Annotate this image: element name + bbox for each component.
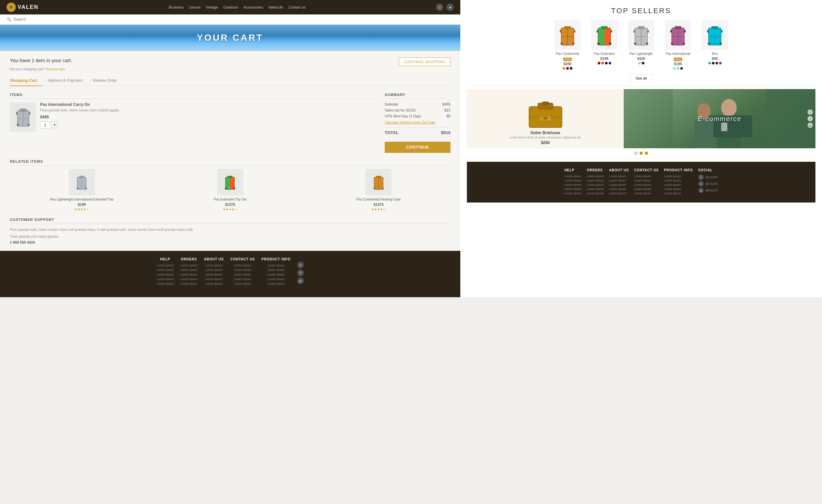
rf-orders-4[interactable]: Lorem ipsum	[586, 192, 604, 195]
footer-product-link-3[interactable]: Lorem ipsum	[262, 278, 291, 281]
rf-product-4[interactable]: Lorem ipsum	[664, 192, 693, 195]
footer-pinterest-icon[interactable]: p	[297, 278, 304, 284]
promotional-banner: Soller Briefcase Lorem ipsum dolor sit a…	[467, 89, 815, 148]
banner-pinterest-icon[interactable]: p	[808, 123, 813, 128]
product-card-0[interactable]: Pax Continental NEW $285	[551, 20, 584, 70]
rf-orders-3[interactable]: Lorem ipsum	[586, 187, 604, 191]
social-item-facebook[interactable]: f @VALEN	[698, 181, 718, 186]
rf-product-3[interactable]: Lorem ipsum	[664, 187, 693, 191]
product-card-3[interactable]: Pax International NEW $185	[662, 20, 695, 70]
footer-help-link-1[interactable]: Lorem ipsum	[156, 268, 173, 272]
remove-item-link[interactable]: Remove Item	[46, 67, 65, 71]
rf-contact-2[interactable]: Lorem ipsum	[634, 183, 659, 186]
rf-product-2[interactable]: Lorem ipsum	[664, 183, 693, 186]
carousel-dot-2[interactable]	[645, 151, 648, 155]
banner-facebook-icon[interactable]: f	[808, 116, 813, 121]
footer-orders-link-3[interactable]: Lorem ipsum	[180, 278, 197, 281]
rf-help-2[interactable]: Lorem ipsum	[564, 183, 581, 186]
continue-button[interactable]: CONTINUE	[385, 142, 450, 153]
svg-rect-30	[572, 43, 575, 44]
footer-product-link-0[interactable]: Lorem ipsum	[262, 264, 291, 267]
footer-help-link-2[interactable]: Lorem ipsum	[156, 273, 173, 276]
product-card-1[interactable]: Pax Extended $199	[588, 20, 621, 70]
footer-contact-link-4[interactable]: Lorem ipsum	[231, 282, 255, 286]
rf-contact-4[interactable]: Lorem ipsum	[634, 192, 659, 195]
footer-contact-link-1[interactable]: Lorem ipsum	[231, 268, 255, 272]
quantity-increment[interactable]: +	[51, 122, 58, 128]
social-item-twitter[interactable]: t @VALEN	[698, 174, 718, 180]
rf-help-1[interactable]: Lorem ipsum	[564, 179, 581, 182]
product-card-2[interactable]: Pax Lightweight $320	[625, 20, 658, 70]
related-item[interactable]: Pax Continental Packing Case $1375 ★★★★☆	[307, 169, 450, 211]
logo-icon: V	[7, 3, 16, 12]
footer-product-link-4[interactable]: Lorem ipsum	[262, 282, 291, 286]
account-icon[interactable]: ●	[446, 4, 454, 11]
footer-about-link-1[interactable]: Lorem ipsum	[204, 268, 224, 272]
rf-help-0[interactable]: Lorem ipsum	[564, 174, 581, 178]
nav-valenlife[interactable]: ValenLife	[268, 5, 283, 9]
nav-accessories[interactable]: Accessories	[244, 5, 263, 9]
footer-orders-link-2[interactable]: Lorem ipsum	[180, 273, 197, 276]
rf-orders-1[interactable]: Lorem ipsum	[586, 179, 604, 182]
footer-about-link-4[interactable]: Lorem ipsum	[204, 282, 224, 286]
svg-rect-17	[234, 188, 236, 189]
rf-contact-3[interactable]: Lorem ipsum	[634, 187, 659, 191]
nav-outdoors[interactable]: Outdoors	[223, 5, 238, 9]
zip-code-link[interactable]: Calculate Shipping Enter Zip Code	[385, 121, 435, 124]
footer-help-link-4[interactable]: Lorem ipsum	[156, 282, 173, 286]
step-address-payment[interactable]: Address & Payment	[48, 76, 88, 86]
search-input[interactable]	[13, 17, 53, 22]
banner-twitter-icon[interactable]: t	[808, 109, 813, 115]
svg-rect-32	[605, 28, 611, 45]
rf-about-4[interactable]: Lorem ipsum	[609, 192, 629, 195]
footer-about-link-2[interactable]: Lorem ipsum	[204, 273, 224, 276]
rf-about-0[interactable]: Lorem ipsum	[609, 174, 629, 178]
footer-product-link-1[interactable]: Lorem ipsum	[262, 268, 291, 272]
rf-about-2[interactable]: Lorem ipsum	[609, 183, 629, 186]
related-item-name-2: Pax Continental Packing Case	[307, 197, 450, 201]
rf-orders-2[interactable]: Lorem ipsum	[586, 183, 604, 186]
svg-rect-4	[16, 112, 17, 115]
related-title: RELATED ITEMS	[10, 159, 450, 166]
related-item[interactable]: Pax Extended Trip Set $1375 ★★★★☆	[158, 169, 302, 211]
footer-help-link-3[interactable]: Lorem ipsum	[156, 278, 173, 281]
social-item-pinterest[interactable]: p @VALEN	[698, 188, 718, 193]
footer-twitter-icon[interactable]: t	[297, 262, 304, 268]
rf-contact-1[interactable]: Lorem ipsum	[634, 179, 659, 182]
rf-about-3[interactable]: Lorem ipsum	[609, 187, 629, 191]
footer-contact-link-2[interactable]: Lorem ipsum	[231, 273, 255, 276]
nav-vintage[interactable]: Vintage	[206, 5, 218, 9]
rf-orders-0[interactable]: Lorem ipsum	[586, 174, 604, 178]
see-all-button[interactable]: See all	[630, 74, 652, 82]
footer-contact-link-0[interactable]: Lorem ipsum	[231, 264, 255, 267]
search-bar: 🔍	[0, 14, 460, 25]
cart-icon[interactable]: 🛒	[436, 4, 443, 11]
footer-product-link-2[interactable]: Lorem ipsum	[262, 273, 291, 276]
rf-contact-0[interactable]: Lorem ipsum	[634, 174, 659, 178]
footer-orders-link-4[interactable]: Lorem ipsum	[180, 282, 197, 286]
banner-image-section: E-commerce t f p	[624, 89, 815, 148]
carousel-dot-1[interactable]	[640, 151, 643, 155]
footer-contact-link-3[interactable]: Lorem ipsum	[231, 278, 255, 281]
related-item[interactable]: Pax Lightweight International Extended T…	[10, 169, 153, 211]
rf-help-4[interactable]: Lorem ipsum	[564, 192, 581, 195]
carousel-dot-0[interactable]	[634, 151, 638, 155]
footer-about-link-0[interactable]: Lorem ipsum	[204, 264, 224, 267]
footer-orders-link-1[interactable]: Lorem ipsum	[180, 268, 197, 272]
rf-product-0[interactable]: Lorem ipsum	[664, 174, 693, 178]
rf-help-3[interactable]: Lorem ipsum	[564, 187, 581, 191]
nav-contact[interactable]: Contact us	[288, 5, 306, 9]
product-card-4[interactable]: Bon $95	[698, 20, 731, 70]
quantity-input[interactable]	[40, 121, 50, 128]
nav-leisure[interactable]: Leisure	[189, 5, 200, 9]
footer-facebook-icon[interactable]: f	[297, 270, 304, 276]
step-shopping-cart[interactable]: Shopping Cart	[10, 76, 42, 86]
step-review-order[interactable]: Review Order	[93, 76, 122, 86]
rf-product-1[interactable]: Lorem ipsum	[664, 179, 693, 182]
footer-about-link-3[interactable]: Lorem ipsum	[204, 278, 224, 281]
footer-help-link-0[interactable]: Lorem ipsum	[156, 264, 173, 267]
rf-about-1[interactable]: Lorem ipsum	[609, 179, 629, 182]
nav-business[interactable]: Business	[169, 5, 184, 9]
continue-shopping-button[interactable]: CONTINUE SHOPPING	[399, 57, 450, 66]
footer-orders-link-0[interactable]: Lorem ipsum	[180, 264, 197, 267]
